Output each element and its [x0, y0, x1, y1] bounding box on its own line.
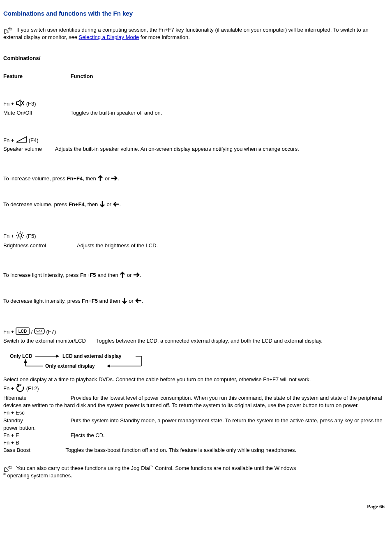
svg-line-9 — [22, 233, 23, 233]
svg-rect-0 — [9, 28, 12, 30]
arrow-left-icon — [135, 298, 142, 305]
svg-text:Only external display: Only external display — [45, 363, 95, 369]
feature-heading: Feature — [3, 73, 69, 80]
svg-line-6 — [17, 233, 18, 233]
speaker-function: Adjusts the built-in speaker volume. An … — [55, 146, 299, 152]
bass-function: Toggles the bass-boost function off and … — [65, 447, 296, 453]
mute-icon — [16, 99, 25, 109]
arrow-up-icon — [97, 175, 103, 183]
tm-symbol: ™ — [150, 465, 154, 469]
arrow-right-icon — [133, 272, 140, 279]
display-key: (F7) — [46, 329, 56, 335]
svg-line-8 — [17, 237, 18, 238]
hibernate-feature: Hibernate — [3, 394, 69, 402]
brightness-function: Adjusts the brightness of the LCD. — [77, 242, 158, 249]
brightness-prefix: Fn + — [3, 233, 16, 239]
brightness-icon — [16, 231, 25, 242]
bass-feature: Bass Boost — [3, 447, 64, 454]
function-heading: Function — [71, 73, 93, 79]
svg-text:VGA: VGA — [36, 330, 42, 333]
svg-marker-16 — [56, 355, 59, 358]
display-slash: / — [31, 329, 34, 335]
page-footer: Page 66 — [3, 503, 389, 510]
note-footer: You can also carry out these functions u… — [3, 465, 389, 479]
svg-line-7 — [22, 237, 23, 238]
row-display: Fn + LCD / VGA (F7) Switch to the extern… — [3, 327, 389, 344]
volume-increase: To increase volume, press Fn+F4, then or… — [3, 175, 389, 183]
brightness-feature: Brightness control — [3, 242, 76, 249]
arrow-up-icon — [120, 272, 125, 279]
standby-feature: Standby — [3, 417, 69, 424]
bass-line1: Fn + B — [3, 440, 19, 446]
eject-line1: Fn + E — [3, 432, 69, 439]
row-speaker: Fn + (F4) Speaker volume Adjusts the bui… — [3, 136, 389, 153]
note2-mid: Control. Some functions are not availabl… — [154, 465, 296, 471]
hibernate-prefix: Fn + — [3, 385, 16, 391]
page-title: Combinations and functions with the Fn k… — [3, 10, 389, 17]
display-note: Select one display at a time to playback… — [3, 376, 389, 383]
row-hibernate: Fn + (F12) Hibernate Provides for the lo… — [3, 383, 389, 410]
note-icon — [3, 465, 13, 472]
svg-text:LCD and external display: LCD and external display — [62, 353, 122, 359]
speaker-volume-icon — [16, 136, 27, 145]
light-increase: To increase light intensity, press Fn+F5… — [3, 272, 389, 279]
arrow-down-icon — [99, 201, 105, 209]
combinations-heading: Combinations/ — [3, 55, 389, 61]
display-function: Toggles between the LCD, a connected ext… — [96, 338, 323, 344]
selecting-display-mode-link[interactable]: Selecting a Display Mode — [79, 34, 139, 40]
vga-icon: VGA — [34, 328, 45, 336]
note-intro: If you switch user identities during a c… — [3, 27, 389, 40]
row-standby: Fn + Esc Standby Puts the system into St… — [3, 409, 389, 432]
mute-function: Toggles the built-in speaker off and on. — [70, 110, 162, 116]
svg-marker-25 — [24, 359, 27, 363]
display-feature: Switch to the external monitor/LCD — [3, 338, 86, 344]
eject-function: Ejects the CD. — [71, 432, 105, 438]
arrow-left-icon — [113, 201, 120, 208]
svg-rect-27 — [9, 467, 12, 468]
speaker-key: (F4) — [29, 137, 39, 143]
hibernate-icon — [16, 383, 25, 394]
display-prefix: Fn + — [3, 329, 16, 335]
svg-point-1 — [18, 234, 22, 237]
volume-decrease: To decrease volume, press Fn+F4, then or… — [3, 201, 389, 209]
svg-text:Only LCD: Only LCD — [10, 353, 32, 359]
note2-pre: You can also carry out these functions u… — [16, 465, 150, 471]
mute-prefix: Fn + — [3, 101, 16, 107]
brightness-key: (F5) — [26, 233, 36, 239]
note2-post: operating system launches. — [6, 472, 72, 479]
arrow-down-icon — [122, 297, 127, 305]
row-bass: Fn + B Bass Boost Toggles the bass-boost… — [3, 439, 389, 454]
hibernate-key: (F12) — [26, 385, 39, 391]
standby-line1: Fn + Esc — [3, 410, 25, 416]
arrow-right-icon — [111, 175, 118, 182]
svg-marker-26 — [20, 384, 21, 386]
page-label: Page — [367, 503, 379, 509]
light-decrease: To decrease light intensity, press Fn+F5… — [3, 297, 389, 305]
speaker-feature: Speaker volume — [3, 146, 42, 152]
row-eject: Fn + E Ejects the CD. — [3, 432, 389, 439]
row-mute: Fn + (F3) Mute On/Off Toggles the built-… — [3, 99, 389, 117]
row-brightness: Fn + (F5) Brightness control Adjusts the… — [3, 231, 389, 249]
page-number: 66 — [379, 503, 385, 509]
display-cycle-diagram: Only LCD LCD and external display Only e… — [3, 352, 389, 370]
note-icon — [3, 27, 13, 34]
speaker-prefix: Fn + — [3, 137, 16, 143]
svg-text:LCD: LCD — [18, 329, 27, 334]
mute-key: (F3) — [26, 101, 36, 107]
svg-marker-21 — [107, 364, 110, 368]
note-text-post: for more information. — [139, 34, 190, 40]
mute-feature: Mute On/Off — [3, 109, 69, 117]
lcd-icon: LCD — [16, 327, 30, 337]
